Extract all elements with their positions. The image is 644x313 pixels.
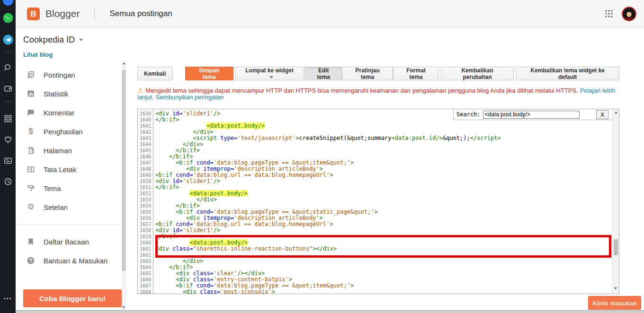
hide-warning-link[interactable]: Sembunyikan peringatan [156,94,224,101]
history-clock-icon[interactable] [3,176,13,187]
sidebar-scrollbar[interactable] [122,61,126,311]
code-area[interactable]: <div id='slider1'/></b:if> <data:post.bo… [154,109,612,294]
scroll-up-arrow-icon[interactable] [615,112,617,113]
sidebar-item-postingan[interactable]: Postingan [16,65,126,84]
line-number: 1657 [140,221,153,227]
line-number: 1641 [140,123,153,129]
stats-icon [26,89,36,98]
brand-name: Blogger [45,8,80,19]
preview-theme-button[interactable]: Pratinjau tema [342,67,393,80]
revert-changes-button[interactable]: Kembalikan perubahan [441,67,514,80]
line-number: 1650 [140,178,153,184]
code-line[interactable]: <div class="sharethis-inline-reaction-bu… [155,246,612,252]
blog-selector[interactable]: Cookpedia ID [23,35,126,45]
format-theme-button[interactable]: Format tema [393,67,439,80]
save-theme-button[interactable]: Simpan tema [185,67,233,80]
help-icon: ? [26,256,36,265]
dock-divider [5,101,11,102]
sidebar-item-bantuan[interactable]: ? Bantuan & Masukan [16,251,126,270]
jump-to-widget-dropdown[interactable]: Lompat ke widget [235,67,304,80]
sidebar: Cookpedia ID Lihat blog Postingan Statis… [16,27,126,313]
chevron-down-icon [79,39,83,41]
code-line[interactable]: <script type='text/javascript'>createSni… [155,135,612,141]
try-new-blogger-button[interactable]: Coba Blogger baru! [23,289,122,307]
warning-triangle-icon: ⚠ [137,87,143,94]
https-warning-banner: ⚠Mengedit tema sehingga dapat mencampur … [137,87,622,101]
view-blog-link[interactable]: Lihat blog [23,51,126,58]
chevron-down-icon [269,76,273,78]
posts-icon [26,70,36,79]
blog-name: Cookpedia ID [23,35,75,45]
whatsapp-icon[interactable] [3,13,13,23]
back-button[interactable]: Kembali [137,67,173,80]
code-line[interactable]: <data:post.body/> [155,191,612,197]
search-input[interactable] [483,111,580,119]
editor-scrollbar[interactable] [612,109,619,294]
close-search-button[interactable]: X [596,110,608,119]
code-line[interactable]: <div id='slider1'/> [155,227,612,234]
line-number: 1644 [140,141,153,148]
code-line[interactable]: <div class='post-iconspix'> [155,289,612,294]
telegram-icon[interactable] [3,35,13,45]
line-number: 1660 [140,240,153,246]
google-apps-grid-icon[interactable] [605,9,613,18]
sidebar-item-komentar[interactable]: Komentar [16,103,126,122]
favorites-heart-icon[interactable] [3,134,13,145]
code-line[interactable]: </div> [155,141,612,148]
earnings-icon: $ [26,127,36,136]
line-number: 1658 [140,227,153,234]
scroll-down-arrow-icon[interactable] [614,287,617,289]
line-number: 1652 [140,191,153,197]
settings-gear-icon: ⚙ [26,203,36,211]
line-number-gutter: 1639164016411642164316441645164616471648… [138,109,153,294]
edit-theme-button[interactable]: Edit tema [304,67,342,80]
code-line[interactable]: </b:if> [155,148,612,154]
news-icon[interactable] [3,156,13,166]
line-number: 1651 [140,184,153,191]
theme-icon [26,184,36,192]
sidebar-item-tema[interactable]: Tema [16,179,126,198]
scrollbar-thumb[interactable] [614,239,618,255]
scroll-down-arrow-icon[interactable] [122,306,125,308]
svg-text:?: ? [29,258,32,263]
line-number: 1666 [140,277,153,283]
code-editor: 1639164016411642164316441645164616471648… [137,109,619,294]
messenger-icon[interactable] [3,0,13,6]
line-number: 1655 [140,209,153,215]
sidebar-item-halaman[interactable]: Halaman [16,141,126,160]
code-line[interactable]: <data:post.body/> [155,123,612,129]
send-feedback-button[interactable]: Kirim masukan [588,296,641,310]
speed-dial-icon[interactable] [3,113,13,124]
more-options-icon[interactable]: ••• [3,293,13,304]
line-number: 1653 [140,197,153,203]
code-line[interactable]: <b:if cond='data:blog.url == data:blog.h… [155,221,612,227]
sidebar-item-setelan[interactable]: ⚙ Setelan [16,198,126,217]
line-number: 1661 [140,246,153,252]
scroll-up-arrow-icon[interactable] [123,62,125,64]
line-number: 1648 [140,166,153,172]
sidebar-item-statistik[interactable]: Statistik [16,84,126,103]
warning-text: Mengedit tema sehingga dapat mencampur H… [146,87,578,94]
line-number: 1640 [140,117,153,123]
search-icon[interactable] [3,62,13,73]
sidebar-item-tata-letak[interactable]: Tata Letak [16,160,126,179]
code-line[interactable]: <b:if cond='data:blog.url == data:blog.h… [155,172,612,178]
sidebar-item-daftar-bacaan[interactable]: Daftar Bacaan [16,232,126,251]
code-line[interactable] [155,252,612,258]
revert-widget-templates-button[interactable]: Kembalikan tema widget ke default [516,67,619,80]
scrollbar-thumb[interactable] [122,70,126,271]
avatar[interactable] [622,7,636,21]
line-number: 1665 [140,270,153,277]
sidebar-item-penghasilan[interactable]: $ Penghasilan [16,122,126,141]
code-line[interactable]: </div> [155,197,612,203]
taskbar-edge [16,310,644,313]
line-number: 1646 [140,154,153,160]
code-line[interactable]: <div id='slider1'/> [155,178,612,184]
line-number: 1664 [140,264,153,270]
wallet-icon[interactable] [3,83,13,94]
main-content: Kembali Simpan tema Lompat ke widget Edi… [126,27,644,313]
line-number: 1656 [140,215,153,221]
page-title: Semua postingan [109,9,172,18]
search-label: Search: [456,111,481,118]
code-line[interactable]: </div> [155,258,612,264]
